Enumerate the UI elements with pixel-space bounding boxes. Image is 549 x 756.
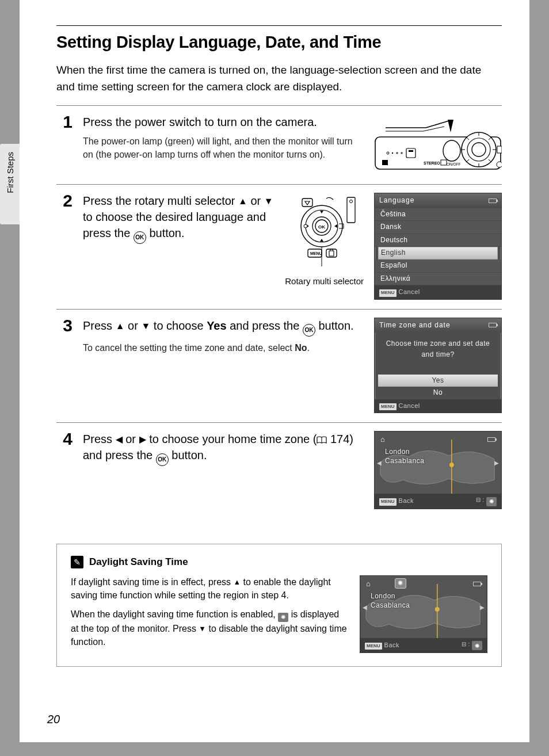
map-body: ⌂ ✺ London Casablanca ◀ ▶: [360, 576, 487, 638]
footer-cancel: Cancel: [399, 288, 420, 295]
left-triangle-icon: ◀: [116, 433, 123, 446]
battery-icon: [489, 198, 497, 203]
note-icon: ✎: [71, 556, 83, 568]
battery-icon: [489, 323, 497, 327]
lcd-footer: MENUBack ⊟ : ✺: [360, 638, 487, 653]
intro-text: When the first time the camera is turned…: [56, 62, 502, 95]
lcd-map-screen: ⌂ London Casablanca ◀ ▶ MENUBack: [374, 431, 502, 509]
city-label-1: London: [371, 592, 395, 601]
step-3: 3 Press ▲ or ▼ to choose Yes and press t…: [56, 318, 502, 414]
svg-point-44: [449, 463, 454, 467]
step2-heading: Press the rotary multi selector ▲ or ▼ t…: [83, 193, 274, 244]
ok-button-icon: OK: [134, 231, 146, 244]
down-triangle-icon: ▼: [141, 320, 150, 333]
step4-heading: Press ◀ or ▶ to choose your home time zo…: [83, 431, 364, 466]
separator: [56, 422, 502, 423]
language-list: Čeština Dansk Deutsch English Español Ελ…: [375, 208, 501, 286]
left-arrow-icon: ◀: [363, 603, 368, 610]
svg-rect-27: [497, 146, 502, 153]
menu-badge-icon: MENU: [379, 289, 396, 296]
dst-toggle-hint: ⊟ : ✺: [462, 640, 482, 651]
lcd-language-screen: Language Čeština Dansk Deutsch English E…: [374, 193, 502, 300]
step1-heading: Press the power switch to turn on the ca…: [83, 114, 364, 130]
svg-rect-36: [347, 197, 355, 223]
choice-no: No: [375, 387, 501, 399]
step3-subtext: To cancel the setting the time zone and …: [83, 341, 364, 354]
dst-icon: ✺: [472, 641, 482, 650]
lang-option: Dansk: [375, 221, 501, 234]
up-triangle-icon: ▲: [234, 577, 241, 588]
camera-top-illustration: STEREO ON/OFF: [374, 114, 502, 175]
lcd-footer: MENUBack ⊟ : ✺: [375, 494, 501, 509]
lang-option: Ελληνικά: [375, 273, 501, 286]
svg-rect-9: [406, 148, 415, 158]
svg-text:ON/OFF: ON/OFF: [447, 162, 461, 166]
left-arrow-icon: ◀: [377, 459, 382, 467]
lcd-footer: MENUCancel: [375, 285, 501, 299]
svg-rect-10: [409, 150, 413, 152]
lcd-title-bar: Time zone and date: [375, 318, 501, 333]
menu-badge-icon: MENU: [365, 643, 382, 650]
step-1: 1 Press the power switch to turn on the …: [56, 114, 502, 175]
callout-text: If daylight saving time is in effect, pr…: [71, 575, 348, 655]
lcd-footer: MENUCancel: [375, 399, 501, 413]
right-arrow-icon: ▶: [480, 603, 485, 610]
step-4: 4 Press ◀ or ▶ to choose your home time …: [56, 431, 502, 509]
up-triangle-icon: ▲: [116, 320, 125, 333]
page-title: Setting Display Language, Date, and Time: [56, 25, 502, 52]
lang-option: Deutsch: [375, 234, 501, 247]
dst-icon: ✺: [278, 613, 288, 622]
map-body: ⌂ London Casablanca ◀ ▶: [375, 432, 501, 494]
side-tab-label: First Steps: [5, 152, 15, 193]
lang-option: Español: [375, 259, 501, 273]
lcd-title: Language: [379, 196, 414, 205]
right-arrow-icon: ▶: [494, 459, 500, 467]
svg-text:STEREO: STEREO: [424, 161, 440, 165]
svg-text:MENU: MENU: [310, 251, 322, 255]
step-number: 4: [56, 431, 73, 448]
separator: [56, 309, 502, 310]
footer-back: Back: [384, 642, 399, 648]
lcd-timezone-prompt: Time zone and date Choose time zone and …: [374, 318, 502, 414]
step-number: 3: [56, 318, 73, 334]
page: Setting Display Language, Date, and Time…: [20, 0, 529, 742]
choice-yes: Yes: [378, 375, 498, 387]
step1-subtext: The power-on lamp (green) will light, an…: [83, 135, 364, 161]
book-reference-icon: [317, 436, 327, 444]
step-2: 2 Press the rotary multi selector ▲ or ▼…: [56, 193, 502, 300]
side-tab: First Steps: [0, 144, 20, 224]
lang-option-selected: English: [378, 247, 498, 259]
right-triangle-icon: ▶: [139, 433, 146, 446]
down-triangle-icon: ▼: [264, 195, 273, 208]
svg-point-6: [392, 152, 393, 154]
lang-option: Čeština: [375, 208, 501, 222]
dst-toggle-hint: ⊟ : ✺: [476, 496, 497, 506]
svg-line-2: [426, 121, 449, 128]
ok-button-icon: OK: [156, 453, 169, 466]
step-number: 1: [56, 114, 73, 131]
up-triangle-icon: ▲: [238, 195, 247, 208]
down-triangle-icon: ▼: [199, 624, 206, 635]
page-number: 20: [47, 713, 60, 726]
svg-text:OK: OK: [318, 224, 325, 230]
footer-back: Back: [399, 497, 414, 504]
ok-button-icon: OK: [303, 324, 315, 337]
lcd-title: Time zone and date: [379, 321, 451, 330]
svg-point-14: [443, 140, 460, 161]
lcd-prompt-text: Choose time zone and set date and time?: [375, 333, 501, 374]
svg-point-46: [435, 607, 440, 612]
svg-point-28: [497, 162, 502, 167]
city-label-2: Casablanca: [385, 457, 424, 466]
step3-heading: Press ▲ or ▼ to choose Yes and press the…: [83, 318, 364, 337]
selector-illustration: OK MENU: [285, 193, 364, 287]
city-label-2: Casablanca: [371, 601, 410, 610]
dst-icon: ✺: [486, 497, 497, 506]
lcd-map-dst-screen: ⌂ ✺ London Casablanca ◀ ▶ MENUBack ⊟ : ✺: [360, 575, 487, 654]
separator: [56, 184, 502, 185]
callout-title: Daylight Saving Time: [89, 556, 188, 568]
menu-badge-icon: MENU: [379, 498, 396, 505]
daylight-saving-callout: ✎ Daylight Saving Time If daylight savin…: [56, 544, 502, 667]
lcd-title-bar: Language: [375, 193, 501, 208]
separator: [56, 105, 502, 106]
selector-label: Rotary multi selector: [285, 276, 364, 287]
